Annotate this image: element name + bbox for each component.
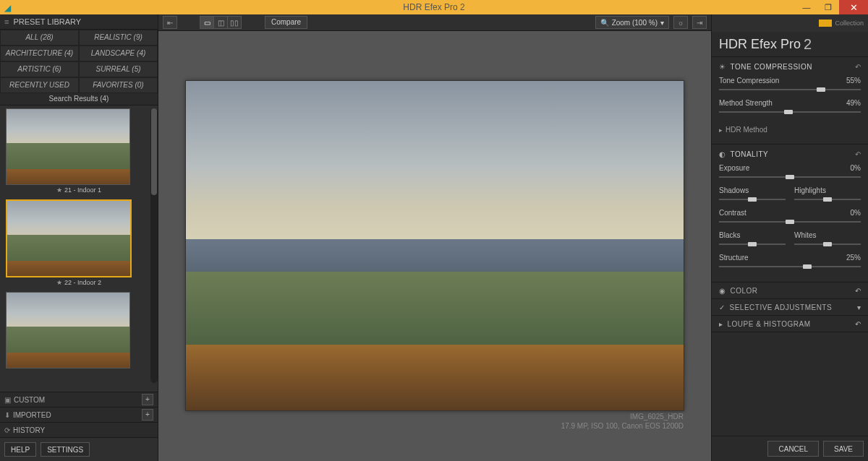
method-strength-slider[interactable]: [719, 110, 861, 114]
category-landscape[interactable]: LANDSCAPE (4): [79, 46, 158, 61]
image-filename: IMG_6025_HDR: [186, 413, 684, 421]
chevron-down-icon: ▾: [857, 303, 861, 311]
help-button[interactable]: HELP: [4, 442, 36, 457]
category-realistic[interactable]: REALISTIC (9): [79, 30, 158, 46]
category-favorites[interactable]: FAVORITES (0): [79, 77, 158, 93]
view-split-button[interactable]: ◫: [213, 16, 228, 29]
brand-bar: Collection: [712, 14, 868, 32]
canvas-area: ⇤ ▭ ◫ ▯▯ Compare 🔍Zoom (100 %)▾ ☼ ⇥ IMG_…: [158, 14, 711, 461]
toggle-right-panel-button[interactable]: ⇥: [692, 16, 707, 29]
color-wheel-icon: ◉: [719, 287, 726, 295]
add-imported-button[interactable]: +: [142, 409, 153, 421]
library-menu-icon[interactable]: ≡: [4, 17, 9, 26]
zoom-icon: 🔍: [600, 19, 609, 27]
background-brightness-button[interactable]: ☼: [673, 16, 688, 29]
blacks-slider[interactable]: [719, 242, 786, 246]
category-recent[interactable]: RECENTLY USED: [0, 77, 79, 93]
preset-item[interactable]: [6, 292, 152, 369]
contrast-value: 0%: [851, 209, 861, 217]
check-icon: ✓: [719, 303, 726, 311]
minimize-button[interactable]: —: [796, 0, 817, 14]
maximize-button[interactable]: ❐: [817, 0, 839, 14]
method-strength-value: 49%: [846, 99, 861, 107]
preset-item[interactable]: ★21 - Indoor 1: [6, 108, 152, 194]
structure-value: 25%: [846, 254, 861, 262]
tone-compression-panel: ☀TONE COMPRESSION↶ Tone Compression55% M…: [712, 57, 868, 145]
title-bar: ◢ HDR Efex Pro 2 — ❐ ✕: [0, 0, 868, 14]
cancel-button[interactable]: CANCEL: [767, 441, 819, 457]
reset-tonality-button[interactable]: ↶: [855, 150, 861, 158]
image-metadata: 17.9 MP, ISO 100, Canon EOS 1200D: [186, 422, 684, 430]
shadows-slider[interactable]: [719, 197, 786, 202]
view-single-button[interactable]: ▭: [200, 16, 214, 29]
structure-slider[interactable]: [719, 264, 861, 269]
category-all[interactable]: ALL (28): [0, 30, 79, 46]
selective-adjustments-header[interactable]: ✓SELECTIVE ADJUSTMENTS▾: [712, 299, 868, 316]
contrast-slider[interactable]: [719, 220, 861, 224]
category-architecture[interactable]: ARCHITECTURE (4): [0, 46, 79, 61]
reset-tone-button[interactable]: ↶: [855, 63, 861, 71]
custom-section[interactable]: ▣CUSTOM+: [0, 392, 158, 408]
chevron-right-icon: ▸: [719, 126, 723, 134]
chevron-right-icon: ▸: [719, 320, 723, 328]
preset-thumbnail[interactable]: [6, 108, 130, 185]
exposure-slider[interactable]: [719, 175, 861, 179]
tone-compression-value: 55%: [846, 77, 861, 85]
preset-library-panel: ≡ PRESET LIBRARY ALL (28) REALISTIC (9) …: [0, 14, 158, 461]
settings-button[interactable]: SETTINGS: [41, 442, 90, 457]
preset-label: 22 - Indoor 2: [64, 279, 101, 286]
toolbar: ⇤ ▭ ◫ ▯▯ Compare 🔍Zoom (100 %)▾ ☼ ⇥: [158, 14, 711, 31]
toggle-left-panel-button[interactable]: ⇤: [163, 16, 177, 29]
category-surreal[interactable]: SURREAL (5): [79, 61, 158, 77]
tonality-icon: ◐: [719, 150, 726, 158]
history-icon: ⟳: [4, 426, 10, 434]
reset-loupe-button[interactable]: ↶: [855, 320, 861, 328]
preview-image[interactable]: [185, 80, 684, 411]
history-section[interactable]: ⟳HISTORY: [0, 423, 158, 438]
add-custom-button[interactable]: +: [142, 394, 153, 405]
loupe-histogram-header[interactable]: ▸LOUPE & HISTOGRAM↶: [712, 316, 868, 332]
folder-icon: ▣: [4, 396, 11, 404]
save-button[interactable]: SAVE: [823, 441, 864, 457]
preset-thumbnail[interactable]: [6, 199, 132, 277]
product-title: HDR Efex Pro 2: [712, 32, 868, 57]
download-icon: ⬇: [4, 411, 10, 419]
favorite-star-icon[interactable]: ★: [56, 186, 62, 194]
reset-color-button[interactable]: ↶: [855, 287, 861, 295]
sun-icon: ☀: [719, 63, 726, 71]
adjustments-panel: Collection HDR Efex Pro 2 ☀TONE COMPRESS…: [711, 14, 868, 461]
highlights-slider[interactable]: [794, 197, 861, 202]
library-header: ≡ PRESET LIBRARY: [0, 14, 158, 30]
tone-compression-slider[interactable]: [719, 87, 861, 92]
imported-section[interactable]: ⬇IMPORTED+: [0, 408, 158, 423]
library-title: PRESET LIBRARY: [13, 17, 81, 26]
favorite-star-icon[interactable]: ★: [56, 279, 62, 286]
preset-item[interactable]: ★22 - Indoor 2: [6, 199, 152, 286]
preset-scrollbar[interactable]: [150, 108, 158, 383]
chevron-down-icon: ▾: [660, 19, 664, 27]
view-side-button[interactable]: ▯▯: [227, 16, 242, 29]
hdr-method-toggle[interactable]: ▸HDR Method: [719, 121, 861, 138]
preset-label: 21 - Indoor 1: [64, 186, 101, 194]
preset-thumbnail[interactable]: [6, 292, 130, 369]
search-results-header: Search Results (4): [0, 93, 158, 105]
brand-badge-icon: [819, 20, 832, 27]
category-artistic[interactable]: ARTISTIC (6): [0, 61, 79, 77]
tonality-panel: ◐TONALITY↶ Exposure0% Shadows Highlights…: [712, 145, 868, 283]
whites-slider[interactable]: [794, 242, 861, 246]
preset-list: ★21 - Indoor 1 ★22 - Indoor 2: [0, 105, 158, 392]
close-button[interactable]: ✕: [839, 0, 868, 14]
exposure-value: 0%: [851, 164, 861, 172]
window-title: HDR Efex Pro 2: [0, 2, 868, 12]
compare-button[interactable]: Compare: [265, 16, 307, 29]
color-panel-header[interactable]: ◉COLOR↶: [712, 283, 868, 299]
zoom-dropdown[interactable]: 🔍Zoom (100 %)▾: [595, 16, 669, 29]
